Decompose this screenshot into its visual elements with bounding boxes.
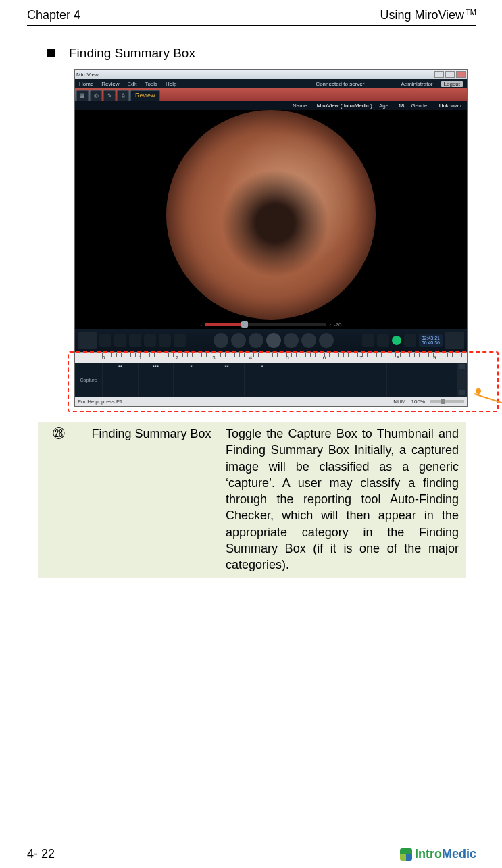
gender-value: Unknown	[439, 103, 461, 109]
brand-medic: Medic	[442, 847, 476, 861]
image-area	[75, 110, 467, 320]
capture-cell[interactable]: *	[173, 363, 209, 397]
maximize-icon[interactable]	[445, 71, 455, 78]
snapshot-icon[interactable]	[362, 334, 374, 347]
capsule-endoscopy-image	[166, 110, 376, 320]
brand-logo-icon	[400, 848, 412, 861]
record-indicator-icon[interactable]	[392, 336, 401, 345]
menu-review[interactable]: Review	[101, 81, 119, 87]
minimize-icon[interactable]	[434, 71, 444, 78]
finding-summary-box[interactable]: Capture ** *** * ** *	[75, 363, 467, 397]
capture-scrollbar[interactable]	[457, 363, 467, 397]
trademark-symbol: TM	[466, 8, 476, 16]
callout-leader-line	[474, 393, 502, 404]
ctrl-icon-2[interactable]	[114, 334, 126, 347]
slider-right-arrow-icon[interactable]: ›	[329, 322, 331, 328]
desc-text: Toggle the Capture Box to Thumbnail and …	[223, 422, 466, 578]
statusbar: For Help, press F1 NUM 100%	[75, 397, 467, 406]
menu-tools[interactable]: Tools	[145, 81, 157, 87]
flag-icon[interactable]	[377, 334, 389, 347]
mini-thumbnail-2[interactable]	[445, 332, 464, 349]
close-icon[interactable]	[456, 71, 466, 78]
doc-footer: 4- 22 IntroMedic	[27, 844, 476, 861]
tab-icon-1[interactable]: ▦	[76, 90, 89, 101]
forward-icon[interactable]	[284, 333, 299, 348]
header-right: Using MiroView TM	[380, 8, 476, 22]
slider-left-arrow-icon[interactable]: ‹	[201, 322, 203, 328]
name-label: Name :	[293, 103, 310, 109]
zoom-slider[interactable]	[430, 400, 464, 403]
desc-number: ㉘	[38, 422, 80, 578]
capture-cell[interactable]	[316, 363, 351, 397]
page-number: 4- 22	[27, 847, 55, 861]
time-ruler[interactable]: 0 1 2 3 4 5 6 7 8 9	[75, 352, 467, 363]
search-icon[interactable]	[404, 334, 416, 347]
status-help: For Help, press F1	[78, 399, 122, 405]
slider-value: -20	[334, 322, 342, 328]
capture-cell[interactable]	[422, 363, 457, 397]
role-label: Administrator	[401, 81, 432, 87]
ctrl-icon-3[interactable]	[129, 334, 141, 347]
window-buttons	[434, 71, 466, 78]
control-bar: 02:43:2106:40:36	[75, 329, 467, 352]
logout-button[interactable]: Logout	[441, 81, 463, 87]
slider-track[interactable]	[205, 323, 326, 326]
menu-edit[interactable]: Edit	[128, 81, 137, 87]
capture-cell[interactable]: *	[244, 363, 280, 397]
capture-cell[interactable]	[386, 363, 422, 397]
capture-cell[interactable]: **	[209, 363, 245, 397]
brand-intro: Intro	[415, 847, 442, 861]
capture-label: Capture	[75, 363, 102, 397]
name-value: MiroView ( IntroMedic )	[317, 103, 372, 109]
section-title: Finding Summary Box	[69, 46, 195, 61]
scroll-up-icon[interactable]	[459, 364, 465, 369]
ctrl-icon-5[interactable]	[159, 334, 171, 347]
ctrl-icon-6[interactable]	[174, 334, 186, 347]
ctrl-icon-1[interactable]	[99, 334, 111, 347]
menubar: Home Review Edit Tools Help Connected to…	[75, 79, 467, 88]
app-window: MiroView Home Review Edit Tools Help Con…	[74, 69, 468, 407]
age-value: 18	[399, 103, 405, 109]
tab-icon-3[interactable]: ✎	[103, 90, 116, 101]
tab-icon-4[interactable]: ⎙	[117, 90, 129, 101]
time-slider[interactable]: ‹ › -20	[75, 320, 467, 329]
titlebar: MiroView	[75, 70, 467, 79]
menu-help[interactable]: Help	[166, 81, 176, 87]
play-pause-icon[interactable]	[266, 333, 281, 348]
rewind-icon[interactable]	[249, 333, 263, 348]
status-num: NUM	[393, 399, 405, 405]
brand-logo-text: IntroMedic	[400, 847, 476, 861]
scroll-down-icon[interactable]	[459, 390, 465, 395]
menu-home[interactable]: Home	[79, 81, 93, 87]
app-title: MiroView	[76, 72, 99, 78]
ctrl-icon-4[interactable]	[144, 334, 156, 347]
status-zoom: 100%	[411, 399, 425, 405]
section-heading: Finding Summary Box	[47, 46, 476, 61]
square-bullet-icon	[47, 49, 55, 57]
skip-fwd-icon[interactable]	[319, 333, 334, 348]
camera2-icon[interactable]	[301, 333, 316, 348]
tab-icon-2[interactable]: ◎	[90, 90, 102, 101]
capture-cell[interactable]	[351, 363, 386, 397]
mini-thumbnail[interactable]	[78, 332, 97, 349]
capture-cell[interactable]: ***	[138, 363, 174, 397]
gender-label: Gender :	[411, 103, 432, 109]
tab-review[interactable]: Review	[130, 90, 160, 101]
camera-icon[interactable]	[231, 333, 246, 348]
header-left: Chapter 4	[27, 8, 80, 22]
callout-dot-icon	[476, 388, 481, 394]
age-label: Age :	[379, 103, 392, 109]
capture-cell[interactable]	[280, 363, 316, 397]
connected-label: Connected to server	[316, 81, 364, 87]
skip-back-icon[interactable]	[214, 333, 228, 348]
screenshot-figure: MiroView Home Review Edit Tools Help Con…	[74, 69, 473, 407]
doc-header: Chapter 4 Using MiroView TM	[27, 8, 476, 26]
capture-cell[interactable]: **	[102, 363, 138, 397]
slider-thumb-icon[interactable]	[241, 321, 248, 328]
patient-info: Name : MiroView ( IntroMedic ) Age : 18 …	[75, 101, 467, 110]
tabbar: ▦ ◎ ✎ ⎙ Review	[75, 88, 467, 101]
time-chip: 02:43:2106:40:36	[419, 334, 443, 347]
desc-name: Finding Summary Box	[80, 422, 223, 578]
ruler-tickmarks-icon	[102, 353, 463, 357]
description-table: ㉘ Finding Summary Box Toggle the Capture…	[38, 422, 466, 578]
